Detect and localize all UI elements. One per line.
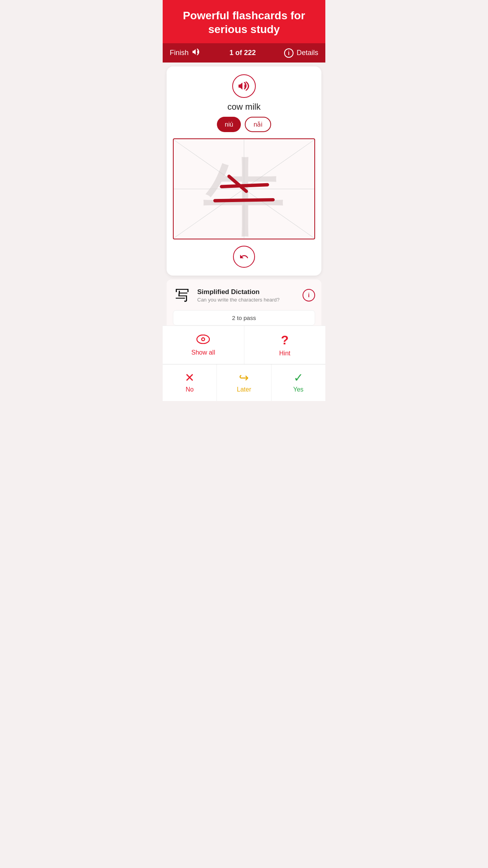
mode-subtitle: Can you write the characters heard? — [197, 297, 280, 303]
flashcard-container: cow milk niú nǎi 牛 — [167, 66, 321, 276]
yes-label: Yes — [293, 386, 303, 393]
pinyin-pill-2[interactable]: nǎi — [245, 117, 271, 132]
info-icon: i — [284, 48, 294, 58]
nav-left: Finish — [170, 48, 201, 58]
mode-title: Simplified Dictation — [197, 288, 280, 296]
pinyin-row: niú nǎi — [173, 117, 315, 132]
header-banner: Powerful flashcards for serious study — [163, 0, 325, 43]
hint-label: Hint — [279, 350, 290, 357]
nav-bar: Finish 1 of 222 i Details — [163, 43, 325, 63]
undo-btn-wrap — [173, 246, 315, 268]
no-label: No — [185, 386, 193, 393]
finish-button[interactable]: Finish — [170, 49, 189, 57]
no-button[interactable]: ✕ No — [163, 364, 217, 401]
show-all-label: Show all — [191, 349, 215, 356]
details-label: Details — [297, 49, 318, 57]
eye-icon — [196, 334, 210, 347]
yes-button[interactable]: ✓ Yes — [272, 364, 325, 401]
later-icon: ↪ — [239, 371, 249, 384]
show-all-button[interactable]: Show all — [163, 326, 244, 364]
details-button[interactable]: i Details — [284, 48, 318, 58]
action-row: Show all ? Hint — [163, 326, 325, 364]
drawing-area[interactable]: 牛 — [173, 138, 315, 239]
header-title: Powerful flashcards for serious study — [171, 9, 317, 36]
mode-info-button[interactable]: i — [303, 289, 315, 302]
nav-progress: 1 of 222 — [229, 49, 256, 57]
mode-text-block: Simplified Dictation Can you write the c… — [197, 288, 280, 303]
no-icon: ✕ — [185, 371, 194, 384]
mode-header: 写 Simplified Dictation Can you write the… — [173, 286, 315, 305]
hint-icon: ? — [281, 333, 289, 348]
bottom-section: 写 Simplified Dictation Can you write the… — [167, 280, 321, 326]
later-label: Later — [237, 386, 251, 393]
pass-bar: 2 to pass — [173, 310, 315, 326]
nav-speaker-icon[interactable] — [193, 48, 201, 58]
undo-button[interactable] — [233, 246, 255, 268]
bottom-nav: ✕ No ↪ Later ✓ Yes — [163, 364, 325, 401]
later-button[interactable]: ↪ Later — [217, 364, 271, 401]
speaker-btn-wrap — [173, 74, 315, 98]
yes-icon: ✓ — [294, 371, 303, 384]
svg-text:牛: 牛 — [202, 151, 286, 239]
hint-button[interactable]: ? Hint — [244, 326, 326, 364]
word-label: cow milk — [173, 102, 315, 112]
mode-icon: 写 — [173, 286, 192, 305]
pinyin-pill-1[interactable]: niú — [217, 117, 241, 132]
mode-left: 写 Simplified Dictation Can you write the… — [173, 286, 280, 305]
audio-button[interactable] — [232, 74, 256, 98]
svg-point-7 — [202, 338, 204, 340]
